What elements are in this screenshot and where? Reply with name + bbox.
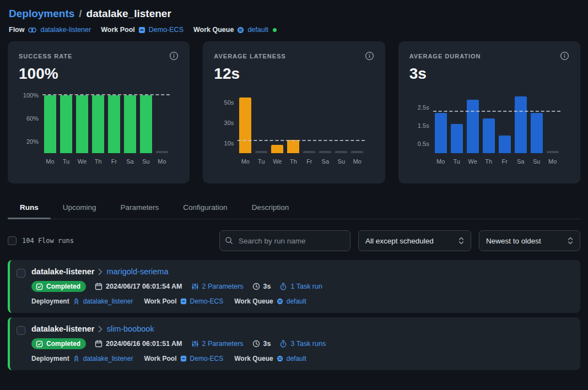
deployment-meta-row: Flow datalake-listener Work Pool Demo-EC… (9, 26, 579, 34)
chevron-right-icon (98, 268, 103, 275)
work-pool-label: Work Pool (144, 355, 176, 362)
deployment-link[interactable]: datalake_listener (83, 355, 133, 362)
success-rate-card: SUCCESS RATE 100% 100%60%20% MoTuWeThFrS… (8, 41, 190, 183)
chart-bar (451, 124, 463, 153)
card-summary-value: 100% (19, 65, 179, 83)
run-name-link[interactable]: marigold-seriema (106, 267, 168, 276)
deployment-label: Deployment (31, 297, 69, 305)
work-pool-link[interactable]: Demo-ECS (190, 297, 224, 305)
x-tick-label: Th (92, 158, 104, 165)
x-tick-label: We (271, 158, 283, 165)
sliders-icon (191, 340, 199, 348)
run-checkbox[interactable] (17, 326, 25, 335)
x-tick-label: Sa (515, 158, 527, 165)
work-pool-icon (180, 355, 187, 362)
chart-bar (467, 100, 479, 153)
search-input[interactable] (219, 230, 350, 251)
y-tick-label: 60% (26, 115, 39, 122)
average-duration-card: AVERAGE DURATION 3s 2.5s1.5s0.5s MoTuWeT… (398, 41, 580, 183)
average-lateness-chart: 50s30s10s MoTuWeThFrSaSuMo (214, 93, 374, 165)
chart-bar (287, 140, 299, 153)
x-tick-label: Mo (435, 158, 447, 165)
run-flow-name[interactable]: datalake-listener (31, 267, 94, 276)
info-icon[interactable] (365, 51, 374, 61)
y-tick-label: 10s (224, 140, 234, 147)
chart-bar (140, 95, 152, 153)
flow-runs-count: 104 Flow runs (22, 237, 74, 245)
work-pool-label: Work Pool (101, 26, 135, 34)
parameters-link[interactable]: 2 Parameters (202, 283, 244, 290)
task-runs-link[interactable]: 1 Task run (290, 283, 322, 290)
y-tick-label: 2.5s (418, 104, 429, 111)
work-pool-link[interactable]: Demo-ECS (190, 355, 224, 362)
x-tick-label: Mo (547, 158, 559, 165)
sort-order-select[interactable]: Newest to oldest (479, 230, 580, 251)
run-flow-name[interactable]: datalake-listener (31, 324, 94, 333)
select-all-checkbox[interactable] (8, 236, 17, 245)
work-queue-meta-group: Work Queue default (193, 26, 277, 34)
work-queue-link[interactable]: default (247, 26, 268, 34)
info-icon[interactable] (560, 51, 569, 61)
run-task-runs: 3 Task runs (279, 340, 326, 348)
page-title: datalake_listener (87, 8, 171, 20)
flow-link[interactable]: datalake-listener (40, 26, 91, 34)
tab-parameters[interactable]: Parameters (109, 198, 171, 219)
chart-y-axis: 100%60%20% (19, 93, 44, 153)
state-filter-value: All except scheduled (365, 237, 434, 245)
chart-bar (271, 145, 283, 153)
rocket-icon (73, 355, 80, 362)
x-tick-label: Mo (351, 158, 363, 165)
chart-bar (124, 95, 136, 153)
info-icon[interactable] (169, 51, 179, 61)
run-duration: 3s (252, 283, 271, 290)
tab-upcoming[interactable]: Upcoming (51, 198, 109, 219)
run-task-runs: 1 Task run (279, 283, 322, 290)
work-pool-link[interactable]: Demo-ECS (149, 26, 184, 34)
clock-icon (252, 283, 260, 290)
x-tick-label: Fr (108, 158, 120, 165)
chart-bar (255, 151, 267, 153)
breadcrumb: Deployments / datalake_listener (9, 8, 579, 20)
tab-runs[interactable]: Runs (8, 198, 51, 219)
card-summary-value: 3s (409, 65, 569, 83)
sort-order-value: Newest to oldest (486, 237, 541, 245)
work-queue-link[interactable]: default (287, 355, 306, 362)
chart-bar (351, 151, 363, 153)
run-title-row: datalake-listener marigold-seriema (31, 267, 322, 276)
chart-x-axis: MoTuWeThFrSaSuMo (239, 158, 363, 165)
x-tick-label: Tu (60, 158, 72, 165)
chart-bar (547, 151, 559, 153)
flow-run-card: datalake-listener marigold-seriema Compl… (8, 260, 580, 313)
run-links-row: Deployment datalake_listener Work Pool D… (31, 297, 322, 305)
x-tick-label: We (467, 158, 479, 165)
x-tick-label: Th (483, 158, 495, 165)
run-duration: 3s (252, 340, 271, 348)
stats-row: SUCCESS RATE 100% 100%60%20% MoTuWeThFrS… (8, 41, 580, 183)
run-name-link[interactable]: slim-boobook (106, 324, 154, 333)
run-meta-row: Completed 2024/06/17 06:01:54 AM 2 Param… (31, 281, 322, 292)
chart-bar (76, 95, 88, 153)
breadcrumb-deployments-link[interactable]: Deployments (9, 8, 74, 20)
deployment-group: Deployment datalake_listener (31, 297, 133, 305)
chart-bar (60, 95, 72, 153)
tab-configuration[interactable]: Configuration (171, 198, 239, 219)
state-filter-select[interactable]: All except scheduled (358, 230, 471, 251)
work-pool-meta-group: Work Pool Demo-ECS (101, 26, 184, 34)
calendar-icon (95, 283, 103, 290)
rocket-icon (73, 298, 80, 305)
x-tick-label: Tu (451, 158, 463, 165)
work-queue-icon (277, 298, 283, 305)
work-queue-link[interactable]: default (287, 297, 306, 305)
chart-y-axis: 2.5s1.5s0.5s (409, 93, 435, 153)
tab-description[interactable]: Description (240, 198, 301, 219)
breadcrumb-separator: / (79, 8, 82, 20)
state-badge-label: Completed (46, 340, 80, 348)
run-checkbox[interactable] (17, 269, 25, 278)
parameters-link[interactable]: 2 Parameters (202, 340, 244, 348)
updown-chevron-icon (568, 236, 573, 245)
state-badge: Completed (31, 338, 86, 349)
deployment-link[interactable]: datalake_listener (83, 297, 133, 305)
chart-bar (92, 95, 104, 153)
task-runs-link[interactable]: 3 Task runs (290, 340, 326, 348)
chart-bar (499, 136, 511, 153)
